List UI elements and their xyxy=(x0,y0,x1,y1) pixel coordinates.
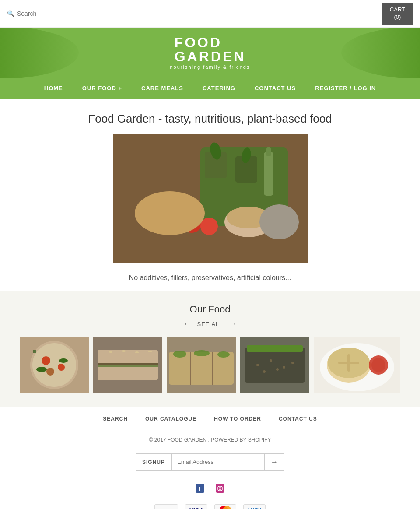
svg-rect-40 xyxy=(247,345,303,352)
food-item[interactable] xyxy=(240,337,309,393)
svg-point-30 xyxy=(148,351,152,352)
logo-area: FOOD GARDEN nourishing family & friends xyxy=(170,35,250,70)
footer-contact-link[interactable]: CONTACT US xyxy=(279,416,317,422)
svg-point-37 xyxy=(217,351,230,358)
svg-point-28 xyxy=(122,350,126,352)
paypal-icon: PayPal xyxy=(154,504,178,509)
svg-point-45 xyxy=(263,370,266,373)
header-banner: FOOD GARDEN nourishing family & friends xyxy=(0,28,420,78)
food-item[interactable] xyxy=(167,337,236,393)
payment-row: PayPal VISA AMEX xyxy=(0,499,420,509)
search-icon: 🔍 xyxy=(7,10,14,17)
nav-catering[interactable]: CATERING xyxy=(193,78,245,99)
signup-submit-button[interactable]: → xyxy=(264,454,284,470)
social-row: f xyxy=(0,478,420,499)
svg-point-3 xyxy=(200,218,218,235)
footer-how-to-order-link[interactable]: HOW TO ORDER xyxy=(214,416,261,422)
logo-subtitle: nourishing family & friends xyxy=(170,64,250,70)
svg-point-20 xyxy=(36,367,47,372)
hero-image xyxy=(113,134,308,263)
signup-box: SIGNUP → xyxy=(136,453,284,471)
main-content: Food Garden - tasty, nutritious, plant-b… xyxy=(0,99,420,291)
leaves-right-decoration xyxy=(332,28,420,78)
cart-count: (0) xyxy=(394,14,401,20)
visa-icon: VISA xyxy=(185,504,207,509)
facebook-icon[interactable]: f xyxy=(194,482,206,495)
amex-icon: AMEX xyxy=(243,504,266,509)
copyright-year: 2017 xyxy=(154,437,166,443)
nav-care-meals[interactable]: CARE MEALS xyxy=(132,78,193,99)
prev-arrow-button[interactable]: ← xyxy=(183,319,191,329)
svg-rect-26 xyxy=(98,365,158,367)
svg-rect-39 xyxy=(245,348,305,383)
tagline: No additives, fillers, preservatives, ar… xyxy=(9,274,411,282)
svg-point-27 xyxy=(109,351,112,353)
cart-label: CART xyxy=(390,6,405,13)
svg-rect-57 xyxy=(216,484,224,493)
next-arrow-button[interactable]: → xyxy=(229,319,237,329)
brand-link[interactable]: FOOD GARDEN xyxy=(168,437,206,443)
svg-point-35 xyxy=(173,351,186,358)
svg-point-44 xyxy=(291,362,294,364)
see-all-row: ← SEE ALL → xyxy=(9,319,411,329)
copyright-bar: © 2017 FOOD GARDEN . POWERED BY SHOPIFY xyxy=(0,431,420,449)
email-input[interactable] xyxy=(172,454,264,470)
svg-point-41 xyxy=(256,364,259,366)
svg-rect-22 xyxy=(33,350,36,353)
svg-point-21 xyxy=(59,358,68,363)
copyright-symbol: © xyxy=(149,437,154,443)
svg-point-16 xyxy=(32,343,76,387)
svg-point-60 xyxy=(221,486,222,487)
nav-contact-us[interactable]: CONTACT US xyxy=(245,78,305,99)
nav-home[interactable]: HOME xyxy=(35,78,73,99)
svg-point-4 xyxy=(135,191,205,235)
see-all-link[interactable]: SEE ALL xyxy=(197,321,223,327)
nav-our-food[interactable]: OUR FOOD + xyxy=(73,78,132,99)
mastercard-icon xyxy=(214,504,236,509)
svg-text:f: f xyxy=(199,485,201,492)
page-title: Food Garden - tasty, nutritious, plant-b… xyxy=(9,112,411,126)
food-item[interactable] xyxy=(93,337,162,393)
svg-point-17 xyxy=(42,356,50,365)
svg-point-18 xyxy=(58,364,65,371)
footer-search-link[interactable]: SEARCH xyxy=(103,416,128,422)
navigation: HOME OUR FOOD + CARE MEALS CATERING CONT… xyxy=(0,78,420,99)
svg-point-7 xyxy=(259,204,299,239)
logo-garden-text: GARDEN xyxy=(175,49,246,64)
svg-rect-52 xyxy=(347,354,350,372)
food-item[interactable] xyxy=(20,337,89,393)
cart-button[interactable]: CART (0) xyxy=(382,3,413,25)
svg-point-43 xyxy=(283,366,285,369)
nav-register-login[interactable]: REGISTER / LOG IN xyxy=(305,78,385,99)
logo-food-text: FOOD xyxy=(175,35,222,50)
food-grid xyxy=(9,337,411,393)
search-area: 🔍 xyxy=(7,10,70,17)
svg-rect-10 xyxy=(264,152,273,196)
svg-point-42 xyxy=(270,359,272,362)
top-bar: 🔍 CART (0) xyxy=(0,0,420,28)
svg-rect-25 xyxy=(98,363,158,365)
footer-catalogue-link[interactable]: OUR CATALOGUE xyxy=(145,416,196,422)
instagram-icon[interactable] xyxy=(214,482,226,495)
svg-point-36 xyxy=(194,350,210,356)
food-item[interactable] xyxy=(314,337,400,393)
search-input[interactable] xyxy=(17,10,70,17)
svg-point-54 xyxy=(371,358,385,372)
our-food-section: Our Food ← SEE ALL → xyxy=(0,291,420,407)
svg-point-19 xyxy=(46,368,54,376)
shopify-link[interactable]: POWERED BY SHOPIFY xyxy=(211,437,271,443)
logo-title: FOOD GARDEN xyxy=(175,35,246,63)
leaves-left-decoration xyxy=(0,28,88,78)
footer-nav: SEARCH OUR CATALOGUE HOW TO ORDER CONTAC… xyxy=(0,407,420,431)
svg-point-46 xyxy=(276,368,279,371)
svg-point-29 xyxy=(135,351,139,353)
our-food-heading: Our Food xyxy=(9,304,411,315)
signup-area: SIGNUP → xyxy=(0,449,420,478)
signup-label: SIGNUP xyxy=(136,454,172,470)
svg-rect-11 xyxy=(266,147,271,156)
